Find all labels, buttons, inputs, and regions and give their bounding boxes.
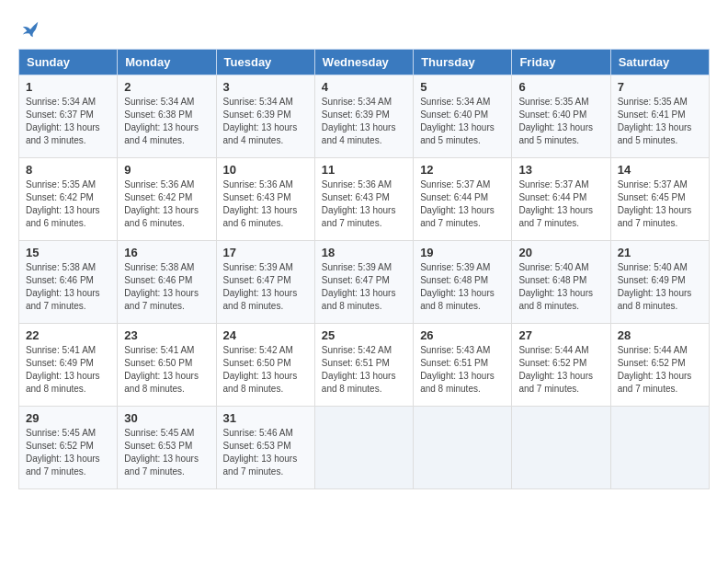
day-number: 3 — [223, 80, 308, 94]
day-number: 16 — [124, 246, 209, 259]
column-header-thursday: Thursday — [414, 49, 512, 75]
calendar-cell: 23 Sunrise: 5:41 AM Sunset: 6:50 PM Dayl… — [118, 323, 216, 406]
calendar-week-row: 15 Sunrise: 5:38 AM Sunset: 6:46 PM Dayl… — [19, 240, 710, 323]
day-number: 25 — [322, 328, 406, 342]
day-info: Sunrise: 5:41 AM Sunset: 6:49 PM Dayligh… — [26, 344, 110, 396]
calendar-cell: 13 Sunrise: 5:37 AM Sunset: 6:44 PM Dayl… — [512, 157, 610, 240]
day-info: Sunrise: 5:36 AM Sunset: 6:43 PM Dayligh… — [322, 178, 406, 230]
calendar-cell — [414, 406, 512, 488]
column-header-friday: Friday — [512, 49, 610, 75]
calendar-week-row: 8 Sunrise: 5:35 AM Sunset: 6:42 PM Dayli… — [19, 157, 710, 240]
calendar-cell: 4 Sunrise: 5:34 AM Sunset: 6:39 PM Dayli… — [314, 75, 413, 157]
day-number: 12 — [420, 163, 505, 177]
day-number: 1 — [26, 80, 110, 94]
day-info: Sunrise: 5:37 AM Sunset: 6:45 PM Dayligh… — [618, 178, 702, 230]
day-number: 14 — [618, 163, 702, 177]
day-number: 9 — [124, 163, 209, 177]
day-number: 18 — [322, 246, 406, 259]
calendar-cell: 7 Sunrise: 5:35 AM Sunset: 6:41 PM Dayli… — [610, 75, 709, 157]
day-info: Sunrise: 5:38 AM Sunset: 6:46 PM Dayligh… — [124, 261, 209, 313]
day-info: Sunrise: 5:35 AM Sunset: 6:41 PM Dayligh… — [618, 96, 702, 147]
calendar-cell: 21 Sunrise: 5:40 AM Sunset: 6:49 PM Dayl… — [610, 240, 709, 323]
column-header-tuesday: Tuesday — [216, 49, 314, 75]
day-info: Sunrise: 5:39 AM Sunset: 6:47 PM Dayligh… — [223, 261, 308, 313]
calendar-week-row: 1 Sunrise: 5:34 AM Sunset: 6:37 PM Dayli… — [19, 75, 710, 157]
calendar-cell: 5 Sunrise: 5:34 AM Sunset: 6:40 PM Dayli… — [414, 75, 512, 157]
day-info: Sunrise: 5:35 AM Sunset: 6:40 PM Dayligh… — [518, 96, 603, 147]
day-info: Sunrise: 5:34 AM Sunset: 6:38 PM Dayligh… — [124, 96, 209, 147]
day-number: 6 — [518, 80, 603, 94]
calendar-cell: 30 Sunrise: 5:45 AM Sunset: 6:53 PM Dayl… — [118, 406, 216, 488]
day-info: Sunrise: 5:34 AM Sunset: 6:40 PM Dayligh… — [420, 96, 505, 147]
day-number: 26 — [420, 328, 505, 342]
day-number: 21 — [618, 246, 702, 259]
column-header-sunday: Sunday — [19, 49, 118, 75]
day-number: 29 — [26, 411, 110, 425]
day-number: 5 — [420, 80, 505, 94]
calendar-cell: 3 Sunrise: 5:34 AM Sunset: 6:39 PM Dayli… — [216, 75, 314, 157]
day-number: 2 — [124, 80, 209, 94]
page-header — [18, 18, 710, 40]
calendar-cell: 20 Sunrise: 5:40 AM Sunset: 6:48 PM Dayl… — [512, 240, 610, 323]
calendar-cell: 2 Sunrise: 5:34 AM Sunset: 6:38 PM Dayli… — [118, 75, 216, 157]
day-number: 17 — [223, 246, 308, 259]
day-info: Sunrise: 5:40 AM Sunset: 6:48 PM Dayligh… — [518, 261, 603, 313]
calendar-cell: 26 Sunrise: 5:43 AM Sunset: 6:51 PM Dayl… — [414, 323, 512, 406]
day-info: Sunrise: 5:38 AM Sunset: 6:46 PM Dayligh… — [26, 261, 110, 313]
logo — [18, 18, 40, 40]
day-number: 30 — [124, 411, 209, 425]
logo-bird-icon — [20, 19, 40, 40]
day-info: Sunrise: 5:44 AM Sunset: 6:52 PM Dayligh… — [518, 344, 603, 396]
day-info: Sunrise: 5:45 AM Sunset: 6:53 PM Dayligh… — [124, 427, 209, 478]
column-header-saturday: Saturday — [610, 49, 709, 75]
calendar-cell: 24 Sunrise: 5:42 AM Sunset: 6:50 PM Dayl… — [216, 323, 314, 406]
day-info: Sunrise: 5:34 AM Sunset: 6:37 PM Dayligh… — [26, 96, 110, 147]
calendar-cell: 8 Sunrise: 5:35 AM Sunset: 6:42 PM Dayli… — [19, 157, 118, 240]
calendar-cell — [314, 406, 413, 488]
calendar-cell: 28 Sunrise: 5:44 AM Sunset: 6:52 PM Dayl… — [610, 323, 709, 406]
day-info: Sunrise: 5:36 AM Sunset: 6:43 PM Dayligh… — [223, 178, 308, 230]
calendar-cell: 27 Sunrise: 5:44 AM Sunset: 6:52 PM Dayl… — [512, 323, 610, 406]
day-info: Sunrise: 5:35 AM Sunset: 6:42 PM Dayligh… — [26, 178, 110, 230]
day-info: Sunrise: 5:39 AM Sunset: 6:47 PM Dayligh… — [322, 261, 406, 313]
calendar-cell: 25 Sunrise: 5:42 AM Sunset: 6:51 PM Dayl… — [314, 323, 413, 406]
calendar-cell: 31 Sunrise: 5:46 AM Sunset: 6:53 PM Dayl… — [216, 406, 314, 488]
day-number: 23 — [124, 328, 209, 342]
day-info: Sunrise: 5:37 AM Sunset: 6:44 PM Dayligh… — [420, 178, 505, 230]
day-number: 13 — [518, 163, 603, 177]
column-header-monday: Monday — [118, 49, 216, 75]
calendar-cell: 29 Sunrise: 5:45 AM Sunset: 6:52 PM Dayl… — [19, 406, 118, 488]
day-number: 11 — [322, 163, 406, 177]
column-header-wednesday: Wednesday — [314, 49, 413, 75]
day-number: 28 — [618, 328, 702, 342]
calendar-cell: 18 Sunrise: 5:39 AM Sunset: 6:47 PM Dayl… — [314, 240, 413, 323]
calendar-table: SundayMondayTuesdayWednesdayThursdayFrid… — [18, 49, 710, 489]
day-info: Sunrise: 5:34 AM Sunset: 6:39 PM Dayligh… — [223, 96, 308, 147]
day-info: Sunrise: 5:40 AM Sunset: 6:49 PM Dayligh… — [618, 261, 702, 313]
calendar-cell: 15 Sunrise: 5:38 AM Sunset: 6:46 PM Dayl… — [19, 240, 118, 323]
day-info: Sunrise: 5:36 AM Sunset: 6:42 PM Dayligh… — [124, 178, 209, 230]
calendar-cell: 16 Sunrise: 5:38 AM Sunset: 6:46 PM Dayl… — [118, 240, 216, 323]
calendar-cell — [512, 406, 610, 488]
day-number: 20 — [518, 246, 603, 259]
day-info: Sunrise: 5:45 AM Sunset: 6:52 PM Dayligh… — [26, 427, 110, 478]
calendar-cell: 10 Sunrise: 5:36 AM Sunset: 6:43 PM Dayl… — [216, 157, 314, 240]
day-info: Sunrise: 5:43 AM Sunset: 6:51 PM Dayligh… — [420, 344, 505, 396]
day-number: 7 — [618, 80, 702, 94]
calendar-cell: 12 Sunrise: 5:37 AM Sunset: 6:44 PM Dayl… — [414, 157, 512, 240]
day-number: 19 — [420, 246, 505, 259]
day-info: Sunrise: 5:44 AM Sunset: 6:52 PM Dayligh… — [618, 344, 702, 396]
calendar-cell: 19 Sunrise: 5:39 AM Sunset: 6:48 PM Dayl… — [414, 240, 512, 323]
day-number: 8 — [26, 163, 110, 177]
day-info: Sunrise: 5:37 AM Sunset: 6:44 PM Dayligh… — [518, 178, 603, 230]
day-number: 10 — [223, 163, 308, 177]
calendar-cell: 9 Sunrise: 5:36 AM Sunset: 6:42 PM Dayli… — [118, 157, 216, 240]
day-info: Sunrise: 5:46 AM Sunset: 6:53 PM Dayligh… — [223, 427, 308, 478]
day-number: 31 — [223, 411, 308, 425]
calendar-week-row: 29 Sunrise: 5:45 AM Sunset: 6:52 PM Dayl… — [19, 406, 710, 488]
day-number: 27 — [518, 328, 603, 342]
calendar-cell: 1 Sunrise: 5:34 AM Sunset: 6:37 PM Dayli… — [19, 75, 118, 157]
day-number: 22 — [26, 328, 110, 342]
calendar-cell: 6 Sunrise: 5:35 AM Sunset: 6:40 PM Dayli… — [512, 75, 610, 157]
day-info: Sunrise: 5:39 AM Sunset: 6:48 PM Dayligh… — [420, 261, 505, 313]
